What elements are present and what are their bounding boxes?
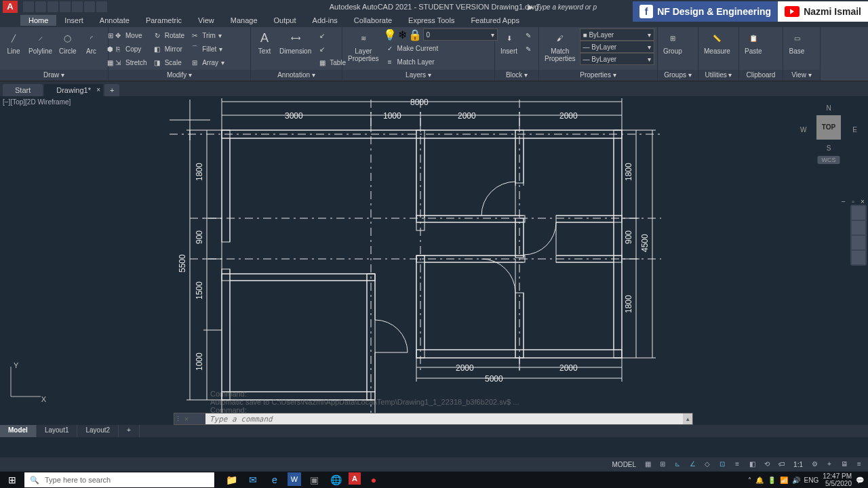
- wcs-label[interactable]: WCS: [818, 156, 840, 164]
- cmdline-history-icon[interactable]: ▴: [683, 413, 692, 424]
- tray-notifications-icon[interactable]: 💬: [856, 476, 864, 484]
- panel-layers-title[interactable]: Layers ▾: [342, 70, 494, 81]
- task-edge-icon[interactable]: e: [266, 472, 283, 487]
- nav-zoom-icon[interactable]: [852, 236, 865, 249]
- rotate-button[interactable]: ↻Rotate: [151, 28, 186, 42]
- task-app-icon[interactable]: ▣: [305, 472, 323, 487]
- tab-annotate[interactable]: Annotate: [92, 15, 138, 26]
- color-selector[interactable]: ■ ByLayer▾: [580, 28, 654, 41]
- tray-clock[interactable]: 12:47 PM5/5/2020: [823, 472, 852, 487]
- panel-utilities-title[interactable]: Utilities ▾: [698, 70, 738, 81]
- osnap-icon[interactable]: ⊡: [716, 459, 728, 470]
- lineweight-icon[interactable]: ≡: [731, 459, 743, 470]
- polar-icon[interactable]: ∠: [686, 459, 698, 470]
- qat-saveas-icon[interactable]: [60, 1, 71, 12]
- qat-open-icon[interactable]: [35, 1, 46, 12]
- task-record-icon[interactable]: ●: [365, 472, 382, 487]
- qat-save-icon[interactable]: [47, 1, 58, 12]
- lock-icon[interactable]: 🔒: [408, 28, 422, 41]
- help-search[interactable]: ▶ Type a keyword or p: [528, 3, 597, 11]
- cycling-icon[interactable]: ⟲: [761, 459, 773, 470]
- tab-featured[interactable]: Featured Apps: [462, 15, 528, 26]
- layer-properties-button[interactable]: ≋Layer Properties: [345, 28, 382, 64]
- snap-icon[interactable]: ⊞: [656, 459, 669, 470]
- viewcube-north[interactable]: N: [802, 104, 856, 112]
- panel-view-title[interactable]: View ▾: [783, 70, 820, 81]
- match-properties-button[interactable]: 🖌Match Properties: [542, 28, 578, 64]
- drawing-canvas[interactable]: [−][Top][2D Wireframe] − ▫ ×: [0, 96, 868, 437]
- app-logo[interactable]: A: [3, 1, 18, 13]
- command-input[interactable]: [205, 415, 683, 424]
- tray-bell-icon[interactable]: 🔔: [755, 476, 764, 484]
- viewcube-south[interactable]: S: [802, 144, 856, 152]
- gear-icon[interactable]: ⚙: [808, 459, 821, 470]
- tab-insert[interactable]: Insert: [56, 15, 92, 26]
- layer-selector[interactable]: 0▾: [423, 28, 498, 41]
- annoscale-icon[interactable]: 🏷: [776, 459, 788, 470]
- monitor-icon[interactable]: 🖥: [838, 459, 850, 470]
- bulb-icon[interactable]: 💡: [383, 28, 397, 41]
- cmdline-customize-icon[interactable]: [192, 413, 205, 424]
- viewcube[interactable]: N W TOP E S WCS: [802, 103, 856, 164]
- fillet-button[interactable]: ⌒Fillet ▾: [188, 42, 226, 56]
- match-layer-button[interactable]: ≡Match Layer: [383, 55, 498, 68]
- close-icon[interactable]: ×: [96, 86, 100, 94]
- polyline-button[interactable]: ⟋Polyline: [26, 28, 55, 56]
- status-model[interactable]: MODEL: [610, 461, 639, 468]
- block-attr-button[interactable]: ✎: [521, 42, 535, 56]
- status-scale[interactable]: 1:1: [791, 461, 806, 468]
- layouttab-layout2[interactable]: Layout2: [77, 425, 119, 437]
- freeze-icon[interactable]: ❄: [398, 28, 407, 41]
- panel-annotation-title[interactable]: Annotation ▾: [251, 70, 342, 81]
- layouttab-add[interactable]: +: [119, 425, 140, 437]
- layouttab-model[interactable]: Model: [0, 425, 37, 437]
- tab-parametric[interactable]: Parametric: [138, 15, 190, 26]
- panel-block-title[interactable]: Block ▾: [495, 70, 538, 81]
- tab-addins[interactable]: Add-ins: [304, 15, 346, 26]
- arc-button[interactable]: ◜Arc: [81, 28, 102, 56]
- cmdline-grip-icon[interactable]: ⋮: [174, 413, 181, 424]
- qat-plot-icon[interactable]: [72, 1, 83, 12]
- filetab-start[interactable]: Start: [3, 84, 43, 96]
- ortho-icon[interactable]: ⊾: [671, 459, 684, 470]
- viewcube-face[interactable]: TOP: [816, 115, 841, 140]
- isodraft-icon[interactable]: ◇: [701, 459, 713, 470]
- viewcube-west[interactable]: W: [800, 126, 806, 134]
- task-word-icon[interactable]: W: [288, 472, 301, 486]
- linetype-selector[interactable]: — ByLayer▾: [580, 41, 654, 53]
- trim-button[interactable]: ✂Trim ▾: [188, 28, 226, 42]
- measure-button[interactable]: 📏Measure: [701, 28, 733, 56]
- scale-button[interactable]: ◨Scale: [151, 56, 186, 69]
- group-button[interactable]: ⊞Group: [660, 28, 685, 56]
- transparency-icon[interactable]: ◧: [746, 459, 758, 470]
- tab-output[interactable]: Output: [266, 15, 304, 26]
- filetab-drawing1[interactable]: Drawing1*×: [44, 84, 103, 96]
- line-button[interactable]: ╱Line: [3, 28, 24, 56]
- filetab-add[interactable]: +: [104, 84, 119, 96]
- task-chrome-icon[interactable]: 🌐: [327, 472, 344, 487]
- task-autocad-icon[interactable]: A: [349, 472, 361, 485]
- task-mail-icon[interactable]: ✉: [244, 472, 262, 487]
- customize-icon[interactable]: ≡: [853, 459, 865, 470]
- tray-battery-icon[interactable]: 🔋: [768, 476, 776, 484]
- circle-button[interactable]: ◯Circle: [56, 28, 79, 56]
- panel-draw-title[interactable]: Draw ▾: [0, 70, 108, 81]
- base-button[interactable]: ▭Base: [786, 28, 808, 56]
- nav-orbit-icon[interactable]: [852, 251, 865, 264]
- panel-properties-title[interactable]: Properties ▾: [539, 70, 657, 81]
- qat-undo-icon[interactable]: [84, 1, 95, 12]
- qat-new-icon[interactable]: [23, 1, 34, 12]
- tray-wifi-icon[interactable]: 📶: [780, 476, 788, 484]
- panel-modify-title[interactable]: Modify ▾: [108, 70, 250, 81]
- task-explorer-icon[interactable]: 📁: [222, 472, 240, 487]
- nav-pan-icon[interactable]: [852, 221, 865, 235]
- array-button[interactable]: ⊞Array ▾: [188, 56, 226, 69]
- copy-button[interactable]: ⎘Copy: [111, 42, 149, 56]
- tab-manage[interactable]: Manage: [222, 15, 266, 26]
- tab-express[interactable]: Express Tools: [400, 15, 462, 26]
- dimension-button[interactable]: ⟷Dimension: [277, 28, 314, 56]
- start-button[interactable]: ⊞: [0, 474, 24, 485]
- tab-collaborate[interactable]: Collaborate: [346, 15, 400, 26]
- cmdline-close-icon[interactable]: ×: [181, 413, 192, 424]
- plus-icon[interactable]: +: [823, 459, 835, 470]
